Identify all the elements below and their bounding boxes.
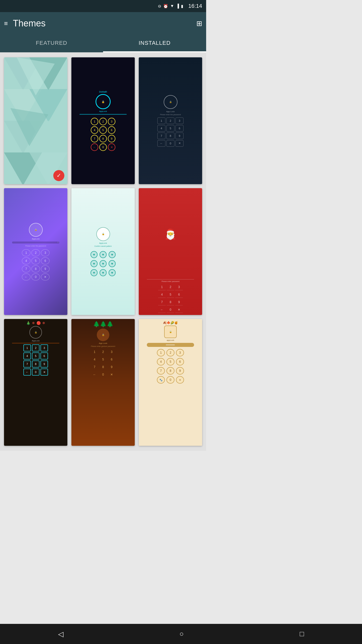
signal-icon: ▐ [176, 4, 179, 8]
ckey-2: 2 [167, 284, 174, 290]
xkey-0: 0 [32, 369, 39, 376]
akey-3: 3 [176, 349, 184, 356]
key-back: ← [91, 143, 98, 151]
hkey-0: 0 [99, 371, 107, 378]
xkey-1: 1 [23, 344, 31, 351]
back-button[interactable]: ◁ [58, 630, 64, 638]
xkey-3: 3 [40, 344, 48, 351]
skey-8: 8 [166, 133, 174, 139]
akey-1: 1 [157, 349, 165, 356]
nav-spacer [0, 451, 206, 471]
skey-back: ← [157, 140, 165, 147]
theme2-brand: DoMath [99, 91, 107, 93]
key-2: 2 [99, 118, 107, 125]
theme-card-4[interactable]: 🔒 AppLock ? Please enter the password 1 … [4, 188, 67, 315]
pdot-6 [109, 260, 116, 267]
theme8-keypad: 1 2 3 4 5 6 7 8 9 ← 0 ✕ [91, 349, 115, 378]
pdot-8 [100, 269, 107, 276]
tab-featured[interactable]: FEATURED [0, 35, 103, 52]
pdot-7 [90, 269, 98, 276]
hkey-4: 4 [91, 356, 98, 363]
skey-0: 0 [166, 140, 174, 147]
ckey-back: ← [158, 306, 166, 313]
crop-icon[interactable]: ⊞ [196, 19, 202, 28]
akey-9: 9 [176, 367, 184, 375]
key-1: 1 [91, 118, 98, 125]
theme-card-5[interactable]: 🔒 AppLock Confirm saved pattern [71, 188, 135, 315]
key-9: 9 [108, 135, 115, 142]
ckey-4: 4 [158, 291, 166, 298]
theme3-keypad: 1 2 3 4 5 6 7 8 9 ← 0 ✕ [157, 117, 184, 147]
theme7-logo: 🔒 [29, 326, 42, 339]
page-title: Themes [13, 18, 196, 29]
pdot-2 [100, 251, 107, 258]
ckey-8: 8 [167, 299, 174, 305]
theme8-logo: 🔒 [97, 329, 109, 341]
pdot-1 [90, 251, 98, 258]
theme3-logo: 🔒 [164, 95, 177, 109]
hkey-3: 3 [108, 349, 115, 355]
ckey-7: 7 [158, 299, 166, 305]
hkey-8: 8 [99, 364, 107, 370]
selected-checkmark: ✓ [53, 170, 64, 181]
theme2-keypad: 1 2 3 4 5 6 7 8 9 ← 0 ✕ [91, 118, 115, 151]
wifi-icon: ▼ [170, 4, 174, 8]
home-button[interactable]: ○ [179, 630, 184, 638]
pdot-5 [100, 260, 107, 267]
theme-card-8[interactable]: 🌲🌲🌲 🔒 App Lock Please enter gesture pass… [71, 319, 135, 446]
pdot-9 [109, 269, 116, 276]
key-5: 5 [99, 126, 107, 134]
menu-icon[interactable]: ≡ [4, 20, 8, 27]
ckey-1: 1 [158, 284, 166, 290]
theme5-pattern [90, 251, 116, 276]
minus-icon: ⊖ [158, 4, 161, 9]
theme-card-6[interactable]: 🎅 Please enter password 1 2 3 4 5 6 7 8 … [139, 188, 202, 315]
skey-4: 4 [157, 125, 165, 132]
pkey-3: 3 [41, 249, 50, 256]
hkey-9: 9 [108, 364, 115, 370]
pdot-4 [90, 260, 98, 267]
xkey-5: 5 [32, 352, 39, 359]
themes-grid: ✓ DoMath 🔒 AppLock 1 2 3 4 5 6 7 8 9 ← 0… [0, 52, 206, 451]
theme-card-9[interactable]: 🍂🍁🌽🍯 🔒 appLock ━━━━━━━ 1 2 3 4 5 6 7 8 9… [139, 319, 202, 446]
skey-7: 7 [157, 133, 165, 139]
pkey-2: 2 [31, 249, 40, 256]
theme7-keypad: 1 2 3 4 5 6 7 8 9 ← 0 ✕ [23, 344, 48, 376]
akey-5: 5 [166, 358, 174, 366]
tab-installed[interactable]: INSTALLED [103, 35, 206, 52]
status-time: 16:14 [188, 3, 202, 9]
theme9-keypad: 1 2 3 4 5 6 7 8 9 🐾 0 ✕ [157, 349, 184, 384]
akey-7: 7 [157, 367, 165, 375]
xkey-del: ✕ [40, 369, 48, 376]
pkey-6: 6 [41, 257, 50, 264]
xkey-7: 7 [23, 360, 31, 368]
pkey-7: 7 [22, 265, 30, 272]
xkey-8: 8 [32, 360, 39, 368]
hkey-1: 1 [91, 349, 98, 355]
hkey-6: 6 [108, 356, 115, 363]
status-icons: ⊖ ⏰ ▼ ▐ ▮ 16:14 [158, 3, 202, 9]
theme-card-3[interactable]: 🔒 App Lock Please enter the password 1 2… [139, 57, 202, 184]
ckey-3: 3 [175, 284, 183, 290]
hkey-back: ← [91, 371, 98, 378]
app-bar: ≡ Themes ⊞ [0, 12, 206, 35]
akey-0: 0 [166, 376, 174, 384]
theme4-keypad: 1 2 3 4 5 6 7 8 9 ← 0 ✕ [22, 249, 50, 280]
pkey-4: 4 [22, 257, 30, 264]
theme6-santa: 🎅 [164, 190, 177, 278]
theme9-leaves: 🍂🍁🌽🍯 [163, 321, 178, 325]
hkey-7: 7 [91, 364, 98, 370]
ckey-del: ✕ [175, 306, 183, 313]
skey-2: 2 [166, 117, 174, 124]
theme9-logo: 🔒 [164, 326, 177, 338]
theme-card-7[interactable]: 🎄❄🔴❄ 🔒 AppLock 1 2 3 4 5 6 7 8 9 ← 0 ✕ [4, 319, 67, 446]
pkey-5: 5 [31, 257, 40, 264]
theme-card-2[interactable]: DoMath 🔒 AppLock 1 2 3 4 5 6 7 8 9 ← 0 ✕ [71, 57, 135, 184]
akey-6: 6 [176, 358, 184, 366]
hkey-5: 5 [99, 356, 107, 363]
pkey-8: 8 [31, 265, 40, 272]
xkey-4: 4 [23, 352, 31, 359]
theme-card-1[interactable]: ✓ [4, 57, 67, 184]
pdot-3 [109, 251, 116, 258]
skey-1: 1 [157, 117, 165, 124]
